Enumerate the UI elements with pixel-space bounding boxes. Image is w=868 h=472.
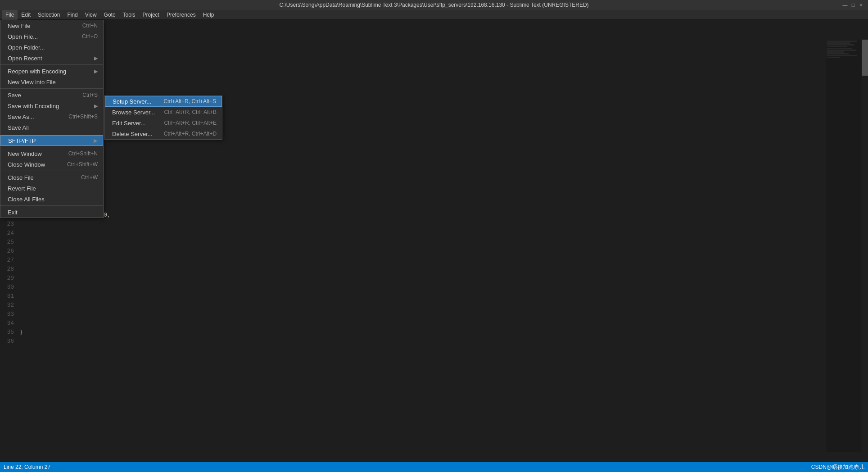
menu-open-recent[interactable]: Open Recent ▶ [0,53,103,64]
menu-preferences[interactable]: Preferences [163,10,199,20]
menu-new-view[interactable]: New View into File [0,77,103,87]
separator-1 [0,64,103,65]
menu-project[interactable]: Project [139,10,163,20]
menu-edit[interactable]: Edit [18,10,34,20]
menu-help[interactable]: Help [199,10,218,20]
sftp-setup-server[interactable]: Setup Server... Ctrl+Alt+R, Ctrl+Alt+S [105,96,222,107]
close-button[interactable]: × [858,2,864,8]
menu-new-file[interactable]: New File Ctrl+N [0,20,103,31]
separator-4 [0,147,103,147]
menu-tools[interactable]: Tools [119,10,139,20]
menu-new-window[interactable]: New Window Ctrl+Shift+N [0,148,103,159]
menu-save-all[interactable]: Save All [0,122,103,133]
menu-save-encoding[interactable]: Save with Encoding ▶ [0,100,103,111]
menu-exit[interactable]: Exit [0,207,103,218]
menu-find[interactable]: Find [63,10,81,20]
menu-reopen-encoding[interactable]: Reopen with Encoding ▶ [0,66,103,77]
sftp-submenu: Setup Server... Ctrl+Alt+R, Ctrl+Alt+S B… [104,95,222,140]
sftp-browse-server[interactable]: Browse Server... Ctrl+Alt+R, Ctrl+Alt+B [105,107,222,118]
menu-file[interactable]: File [2,10,18,20]
menu-sftp[interactable]: SFTP/FTP ▶ [0,135,103,146]
window-title: C:\Users\Song\AppData\Roaming\Sublime Te… [279,2,588,8]
menu-revert-file[interactable]: Revert File [0,183,103,194]
window-controls: — □ × [842,2,864,8]
menu-view[interactable]: View [81,10,100,20]
menu-save[interactable]: Save Ctrl+S [0,90,103,100]
menu-selection[interactable]: Selection [34,10,63,20]
menu-bar: File Edit Selection Find View Goto Tools… [0,10,868,20]
maximize-button[interactable]: □ [850,2,856,8]
menu-close-all[interactable]: Close All Files [0,194,103,204]
separator-5 [0,171,103,171]
sftp-delete-server[interactable]: Delete Server... Ctrl+Alt+R, Ctrl+Alt+D [105,128,222,139]
file-menu: New File Ctrl+N Open File... Ctrl+O Open… [0,20,104,218]
menu-close-file[interactable]: Close File Ctrl+W [0,172,103,183]
separator-6 [0,205,103,206]
menu-save-as[interactable]: Save As... Ctrl+Shift+S [0,111,103,122]
minimize-button[interactable]: — [842,2,848,8]
sftp-edit-server[interactable]: Edit Server... Ctrl+Alt+R, Ctrl+Alt+E [105,118,222,128]
title-bar: C:\Users\Song\AppData\Roaming\Sublime Te… [0,0,868,10]
separator-2 [0,88,103,89]
separator-3 [0,134,103,134]
menu-close-window[interactable]: Close Window Ctrl+Shift+W [0,159,103,170]
menu-open-folder[interactable]: Open Folder... [0,42,103,53]
menu-open-file[interactable]: Open File... Ctrl+O [0,31,103,42]
menu-goto[interactable]: Goto [100,10,119,20]
dropdown-overlay: New File Ctrl+N Open File... Ctrl+O Open… [0,20,868,472]
